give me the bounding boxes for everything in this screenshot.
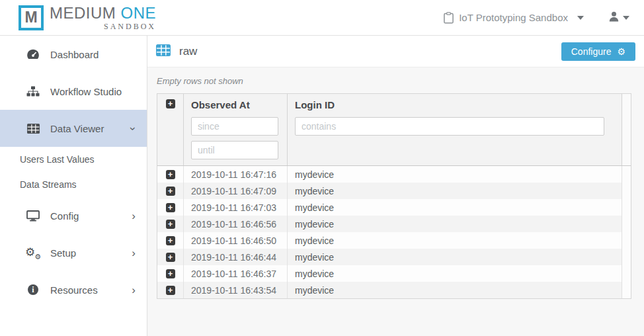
info-letter: i <box>32 285 34 295</box>
scrollbar-gutter <box>622 199 631 216</box>
contains-filter-input[interactable] <box>295 117 604 136</box>
brand-name-accent: ONE <box>121 4 157 22</box>
dashboard-gauge-icon <box>25 49 41 60</box>
brand-name-primary: MEDIUM <box>50 4 116 22</box>
plus-square-icon[interactable]: + <box>166 203 175 212</box>
table-row: +2019-10-11 16:46:56mydevice <box>157 216 631 232</box>
plus-square-icon[interactable]: + <box>166 187 175 196</box>
brand-subtitle: SANDBOX <box>104 22 156 30</box>
chevron-right-icon: › <box>132 284 136 296</box>
plus-square-icon[interactable]: + <box>166 220 175 229</box>
plus-square-icon[interactable]: + <box>166 253 175 262</box>
login-id-column-header: Login ID <box>288 94 622 165</box>
plus-square-icon[interactable]: + <box>166 99 175 108</box>
scrollbar-gutter <box>622 183 631 199</box>
data-table: + Observed At Login ID +2019-10-11 16:47… <box>157 93 631 299</box>
sidebar-item-dashboard[interactable]: Dashboard <box>0 36 147 73</box>
clipboard-icon <box>444 12 454 24</box>
scrollbar-gutter <box>622 249 631 265</box>
main-content: raw Configure ⚙ Empty rows not shown + O… <box>147 36 644 336</box>
gear-icon: ⚙ <box>25 245 35 259</box>
page-title: raw <box>179 45 197 58</box>
sidebar-item-label: Workflow Studio <box>50 86 122 97</box>
brand-monogram: M <box>24 9 37 26</box>
sidebar-item-label: Resources <box>50 284 98 296</box>
login-id-cell: mydevice <box>288 249 622 265</box>
sidebar-item-config[interactable]: Config › <box>0 197 147 234</box>
topbar-right: IoT Prototyping Sandbox <box>444 11 629 24</box>
expand-row-cell: + <box>157 232 184 249</box>
plus-square-icon[interactable]: + <box>166 286 175 295</box>
brand-text: MEDIUM ONE SANDBOX <box>50 5 156 30</box>
app-body: Dashboard Workflow Studio <box>0 36 644 336</box>
login-id-cell: mydevice <box>288 232 622 249</box>
sitemap-icon <box>25 86 41 97</box>
expand-row-cell: + <box>157 249 184 265</box>
expand-row-cell: + <box>157 199 184 216</box>
sidebar-subitem-label: Data Streams <box>20 179 77 190</box>
column-label: Observed At <box>191 99 287 110</box>
observed-at-cell: 2019-10-11 16:46:44 <box>184 249 288 265</box>
scrollbar-gutter <box>622 94 631 165</box>
login-id-cell: mydevice <box>288 265 622 282</box>
table-body: +2019-10-11 16:47:16mydevice+2019-10-11 … <box>157 166 631 298</box>
table-row: +2019-10-11 16:46:37mydevice <box>157 265 631 282</box>
sidebar-item-label: Dashboard <box>50 49 99 60</box>
chevron-right-icon: › <box>132 210 136 222</box>
scrollbar-gutter <box>622 265 631 282</box>
expand-row-cell: + <box>157 183 184 199</box>
login-id-cell: mydevice <box>288 216 622 232</box>
login-id-cell: mydevice <box>288 166 622 183</box>
sidebar-item-setup[interactable]: ⚙ ⚙ Setup › <box>0 234 147 271</box>
sidebar-item-resources[interactable]: i Resources › <box>0 271 147 308</box>
expand-row-cell: + <box>157 265 184 282</box>
user-icon <box>609 11 619 24</box>
observed-at-cell: 2019-10-11 16:46:50 <box>184 232 288 249</box>
login-id-cell: mydevice <box>288 199 622 216</box>
sidebar-subitem-users-last-values[interactable]: Users Last Values <box>0 147 147 172</box>
expand-all-column: + <box>157 94 184 165</box>
observed-at-cell: 2019-10-11 16:43:54 <box>184 282 288 298</box>
brand-logo[interactable]: M MEDIUM ONE SANDBOX <box>19 5 156 30</box>
sidebar-subitem-label: Users Last Values <box>20 154 95 165</box>
scrollbar-gutter <box>622 216 631 232</box>
stream-toolbar: raw Configure ⚙ <box>147 36 644 67</box>
info-circle-icon: i <box>25 284 41 295</box>
caret-down-icon <box>577 16 584 20</box>
observed-at-cell: 2019-10-11 16:47:16 <box>184 166 288 183</box>
observed-at-cell: 2019-10-11 16:46:56 <box>184 216 288 232</box>
observed-at-column-header: Observed At <box>184 94 288 165</box>
plus-square-icon[interactable]: + <box>166 236 175 245</box>
expand-row-cell: + <box>157 282 184 298</box>
table-row: +2019-10-11 16:46:44mydevice <box>157 249 631 265</box>
desktop-icon <box>25 210 41 222</box>
workspace-label: IoT Prototyping Sandbox <box>459 12 568 23</box>
sidebar: Dashboard Workflow Studio <box>0 36 147 336</box>
caret-down-icon <box>623 16 629 20</box>
table-row: +2019-10-11 16:47:03mydevice <box>157 199 631 216</box>
until-filter-input[interactable] <box>191 141 278 159</box>
chevron-right-icon: › <box>132 247 136 259</box>
table-row: +2019-10-11 16:46:50mydevice <box>157 232 631 249</box>
table-icon <box>25 124 41 134</box>
sidebar-item-data-viewer[interactable]: Data Viewer › <box>0 110 147 147</box>
configure-button[interactable]: Configure ⚙ <box>561 42 635 61</box>
sidebar-subitem-data-streams[interactable]: Data Streams <box>0 172 147 197</box>
sidebar-item-label: Data Viewer <box>50 123 104 134</box>
workspace-switcher[interactable]: IoT Prototyping Sandbox <box>444 12 584 24</box>
expand-row-cell: + <box>157 216 184 232</box>
table-header: + Observed At Login ID <box>157 94 631 166</box>
topbar: M MEDIUM ONE SANDBOX IoT Prototyping San… <box>0 0 644 36</box>
sidebar-item-label: Config <box>50 210 79 222</box>
chevron-down-icon: › <box>128 126 140 130</box>
sidebar-item-workflow-studio[interactable]: Workflow Studio <box>0 73 147 110</box>
user-menu[interactable] <box>609 11 629 24</box>
since-filter-input[interactable] <box>191 117 278 136</box>
plus-square-icon[interactable]: + <box>166 269 175 278</box>
table-grid-icon <box>156 44 171 59</box>
column-label: Login ID <box>295 99 622 110</box>
scrollbar-gutter <box>622 282 631 298</box>
sidebar-item-label: Setup <box>50 247 76 259</box>
plus-square-icon[interactable]: + <box>166 170 175 179</box>
observed-at-cell: 2019-10-11 16:47:09 <box>184 183 288 199</box>
